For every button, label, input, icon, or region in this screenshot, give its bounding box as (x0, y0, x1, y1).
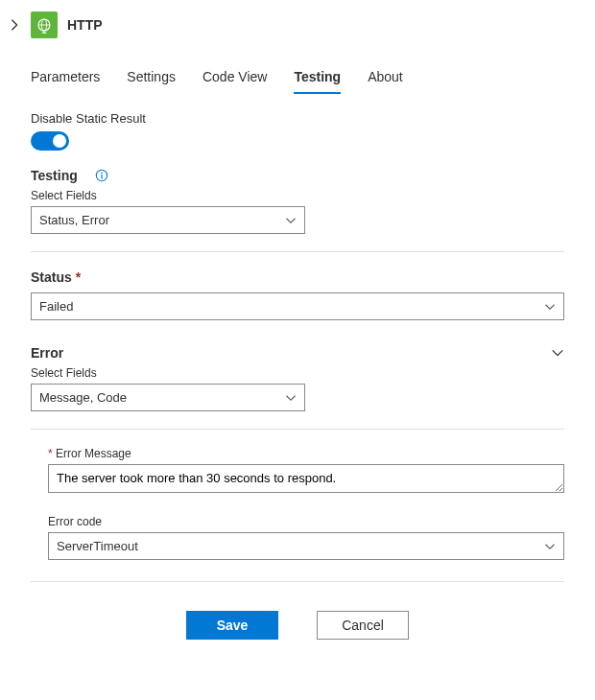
error-message-input[interactable] (48, 464, 564, 493)
status-label: Status * (31, 269, 81, 285)
testing-select-fields-dropdown[interactable]: Status, Error (31, 206, 305, 234)
chevron-down-icon (544, 301, 556, 313)
tab-settings[interactable]: Settings (127, 63, 176, 94)
disable-static-label: Disable Static Result (31, 111, 564, 126)
error-code-label: Error code (48, 515, 564, 528)
cancel-button[interactable]: Cancel (317, 611, 409, 640)
tab-code-view[interactable]: Code View (202, 63, 267, 94)
chevron-right-icon[interactable] (8, 18, 21, 32)
http-connector-icon (31, 12, 58, 38)
chevron-down-icon (285, 215, 297, 226)
error-code-value: ServerTimeout (57, 539, 138, 553)
svg-point-6 (101, 173, 103, 175)
tab-about[interactable]: About (368, 63, 403, 94)
error-heading: Error (31, 345, 63, 361)
panel-title: HTTP (67, 17, 103, 33)
svg-rect-7 (101, 175, 102, 178)
error-message-label: * Error Message (48, 447, 564, 460)
chevron-down-icon (544, 541, 556, 552)
divider (31, 429, 564, 430)
tab-testing[interactable]: Testing (294, 63, 341, 94)
disable-static-toggle[interactable] (31, 131, 69, 151)
status-value: Failed (39, 299, 73, 314)
info-icon[interactable] (95, 169, 108, 182)
error-select-fields-label: Select Fields (31, 366, 564, 380)
save-button[interactable]: Save (186, 611, 278, 640)
chevron-down-icon[interactable] (551, 346, 564, 360)
chevron-down-icon (285, 392, 297, 404)
tab-bar: ParametersSettingsCode ViewTestingAbout (31, 63, 564, 94)
error-select-fields-dropdown[interactable]: Message, Code (31, 384, 305, 411)
error-select-fields-value: Message, Code (39, 390, 127, 405)
tab-parameters[interactable]: Parameters (31, 63, 100, 94)
testing-select-fields-label: Select Fields (31, 189, 564, 202)
divider (31, 581, 564, 582)
divider (31, 251, 564, 252)
status-dropdown[interactable]: Failed (31, 292, 564, 320)
testing-heading: Testing (31, 168, 78, 183)
error-code-dropdown[interactable]: ServerTimeout (48, 532, 564, 560)
testing-select-fields-value: Status, Error (39, 213, 109, 227)
